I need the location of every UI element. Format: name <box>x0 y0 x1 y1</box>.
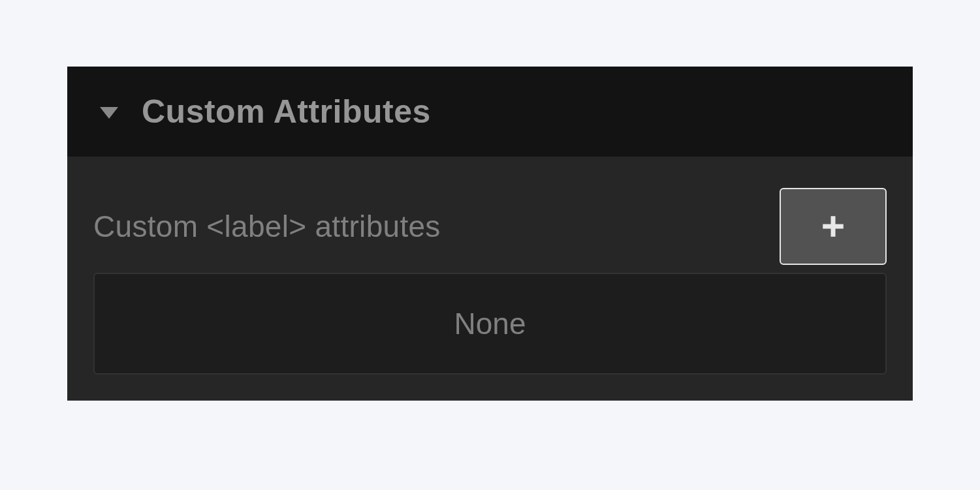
add-attribute-button[interactable] <box>780 188 887 265</box>
custom-attributes-panel: Custom Attributes Custom <label> attribu… <box>67 67 913 401</box>
panel-title: Custom Attributes <box>142 93 431 130</box>
plus-icon <box>819 213 847 240</box>
panel-header[interactable]: Custom Attributes <box>67 67 913 157</box>
empty-state-text: None <box>454 306 526 341</box>
panel-body: Custom <label> attributes None <box>67 157 913 401</box>
disclosure-triangle-icon <box>100 107 118 119</box>
row-label: Custom <label> attributes <box>93 209 441 244</box>
attributes-row: Custom <label> attributes <box>93 188 887 265</box>
attributes-empty-box: None <box>93 273 887 375</box>
